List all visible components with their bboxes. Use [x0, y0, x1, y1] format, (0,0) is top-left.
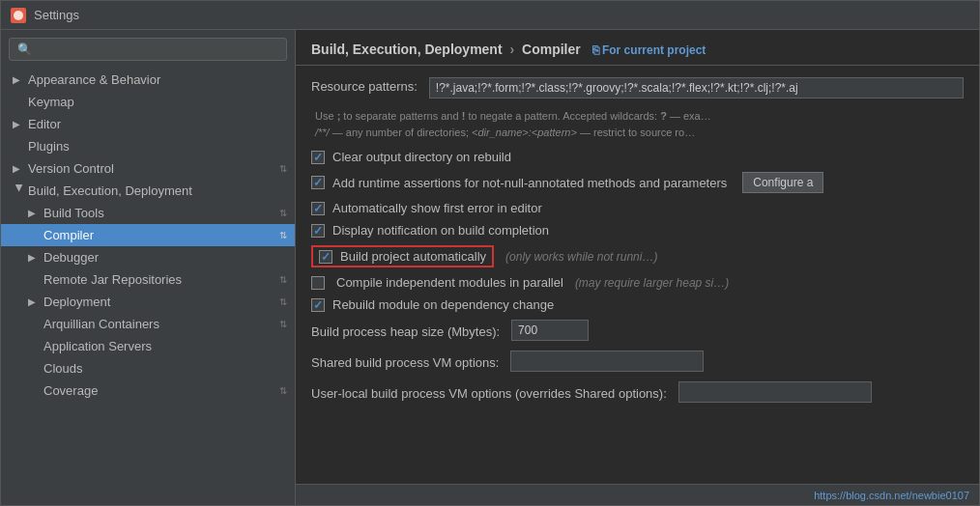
sidebar-label-keymap: Keymap [28, 95, 287, 109]
compile-parallel-checkbox[interactable] [311, 276, 325, 290]
search-input[interactable] [38, 42, 278, 56]
breadcrumb-current: Compiler [522, 42, 581, 57]
sidebar-item-remote-jar[interactable]: Remote Jar Repositories ⇅ [1, 268, 295, 291]
sidebar-item-editor[interactable]: ▶ Editor [1, 113, 295, 135]
sidebar-label-deployment: Deployment [43, 295, 275, 309]
compile-parallel-label[interactable]: Compile independent modules in parallel [336, 275, 563, 290]
sidebar-item-debugger[interactable]: ▶ Debugger [1, 246, 295, 268]
expand-placeholder [28, 385, 42, 396]
shared-vm-row: Shared build process VM options: [311, 351, 964, 372]
sidebar-label-coverage: Coverage [43, 383, 275, 398]
help-text-area: Use ; to separate patterns and ! to nega… [315, 108, 964, 140]
sidebar-item-compiler[interactable]: Compiler ⇅ [1, 224, 295, 246]
shared-vm-input[interactable] [510, 351, 704, 372]
clear-output-row: Clear output directory on rebuild [311, 150, 964, 164]
expand-icon: ▶ [28, 252, 42, 263]
panel-header: Build, Execution, Deployment › Compiler … [296, 30, 979, 66]
app-icon [11, 8, 26, 23]
sidebar-item-build-exec[interactable]: ▶ Build, Execution, Deployment [1, 180, 295, 202]
auto-show-error-label[interactable]: Automatically show first error in editor [332, 201, 542, 215]
resource-patterns-label: Resource patterns: [311, 77, 418, 94]
status-link[interactable]: https://blog.csdn.net/newbie0107 [814, 490, 969, 501]
sidebar-item-build-tools[interactable]: ▶ Build Tools ⇅ [1, 202, 295, 224]
heap-size-row: Build process heap size (Mbytes): [311, 320, 964, 341]
sidebar: 🔍 ▶ Appearance & Behavior Keymap ▶ Edito… [1, 30, 296, 505]
expand-icon: ▶ [13, 163, 26, 174]
status-bar: https://blog.csdn.net/newbie0107 [296, 484, 979, 505]
sync-icon-build-tools: ⇅ [279, 208, 287, 218]
settings-window: Settings 🔍 ▶ Appearance & Behavior Keyma… [0, 0, 980, 506]
add-runtime-checkbox[interactable] [311, 176, 325, 189]
sidebar-item-arquillian[interactable]: Arquillian Containers ⇅ [1, 313, 295, 335]
expand-icon: ▶ [13, 74, 26, 85]
settings-content: Resource patterns: Use ; to separate pat… [296, 66, 979, 484]
sidebar-item-app-servers[interactable]: Application Servers [1, 335, 295, 357]
expand-placeholder [13, 141, 26, 152]
sync-icon-coverage: ⇅ [279, 385, 287, 396]
expand-icon: ▶ [28, 208, 42, 218]
build-auto-row: Build project automatically (only works … [311, 245, 964, 267]
compile-parallel-note: (may require larger heap si…) [575, 276, 729, 290]
expand-placeholder [28, 319, 42, 329]
user-local-vm-input[interactable] [678, 381, 872, 403]
sidebar-label-plugins: Plugins [28, 139, 287, 154]
sync-icon-remote-jar: ⇅ [279, 274, 287, 285]
search-box[interactable]: 🔍 [9, 38, 287, 61]
sidebar-label-build-tools: Build Tools [43, 206, 275, 220]
heap-size-input[interactable] [511, 320, 589, 341]
sidebar-item-plugins[interactable]: Plugins [1, 135, 295, 157]
configure-button[interactable]: Configure a [742, 172, 823, 193]
expand-placeholder [28, 341, 42, 351]
auto-show-error-checkbox[interactable] [311, 202, 325, 215]
expand-placeholder [28, 363, 42, 374]
main-content: 🔍 ▶ Appearance & Behavior Keymap ▶ Edito… [1, 30, 979, 505]
project-link[interactable]: ⎘ For current project [592, 43, 706, 57]
build-auto-note: (only works while not runni…) [505, 250, 657, 264]
breadcrumb-separator: › [509, 42, 514, 57]
sidebar-item-keymap[interactable]: Keymap [1, 91, 295, 113]
sidebar-label-debugger: Debugger [43, 250, 287, 265]
sidebar-item-coverage[interactable]: Coverage ⇅ [1, 380, 295, 402]
sync-icon-deployment: ⇅ [279, 296, 287, 307]
build-auto-label[interactable]: Build project automatically [340, 249, 486, 264]
clear-output-checkbox[interactable] [311, 151, 325, 164]
expand-placeholder [28, 274, 42, 285]
rebuild-on-change-label[interactable]: Rebuild module on dependency change [332, 297, 554, 312]
expand-icon: ▶ [14, 184, 25, 198]
user-local-vm-label: User-local build process VM options (ove… [311, 384, 667, 401]
window-title: Settings [34, 8, 79, 22]
sidebar-label-arquillian: Arquillian Containers [43, 317, 275, 331]
add-runtime-label[interactable]: Add runtime assertions for not-null-anno… [332, 176, 727, 190]
expand-icon: ▶ [28, 296, 42, 307]
resource-patterns-row: Resource patterns: [311, 77, 964, 98]
sidebar-label-compiler: Compiler [43, 228, 275, 242]
titlebar: Settings [1, 1, 979, 30]
clear-output-label[interactable]: Clear output directory on rebuild [332, 150, 511, 164]
sidebar-tree: ▶ Appearance & Behavior Keymap ▶ Editor … [1, 69, 295, 505]
search-icon: 🔍 [17, 42, 32, 56]
add-runtime-row: Add runtime assertions for not-null-anno… [311, 172, 964, 193]
sidebar-label-editor: Editor [28, 117, 287, 131]
resource-patterns-input[interactable] [429, 77, 964, 98]
sidebar-item-deployment[interactable]: ▶ Deployment ⇅ [1, 291, 295, 313]
sidebar-item-clouds[interactable]: Clouds [1, 357, 295, 380]
main-panel: Build, Execution, Deployment › Compiler … [296, 30, 979, 505]
display-notification-row: Display notification on build completion [311, 223, 964, 238]
sidebar-label-app-servers: Application Servers [43, 339, 287, 353]
sidebar-item-version-control[interactable]: ▶ Version Control ⇅ [1, 157, 295, 180]
build-auto-checkbox[interactable] [319, 250, 332, 264]
expand-placeholder [13, 97, 26, 107]
sidebar-item-appearance[interactable]: ▶ Appearance & Behavior [1, 69, 295, 91]
display-notification-label[interactable]: Display notification on build completion [332, 223, 549, 238]
build-auto-highlight: Build project automatically [311, 245, 494, 267]
auto-show-error-row: Automatically show first error in editor [311, 201, 964, 215]
sidebar-label-appearance: Appearance & Behavior [28, 72, 287, 87]
expand-placeholder [28, 230, 42, 240]
heap-size-label: Build process heap size (Mbytes): [311, 323, 500, 339]
rebuild-on-change-checkbox[interactable] [311, 298, 325, 312]
display-notification-checkbox[interactable] [311, 224, 325, 238]
sync-icon-arquillian: ⇅ [279, 319, 287, 329]
rebuild-on-change-row: Rebuild module on dependency change [311, 297, 964, 312]
compile-parallel-row: Compile independent modules in parallel … [311, 275, 964, 290]
breadcrumb-path: Build, Execution, Deployment [311, 42, 503, 57]
